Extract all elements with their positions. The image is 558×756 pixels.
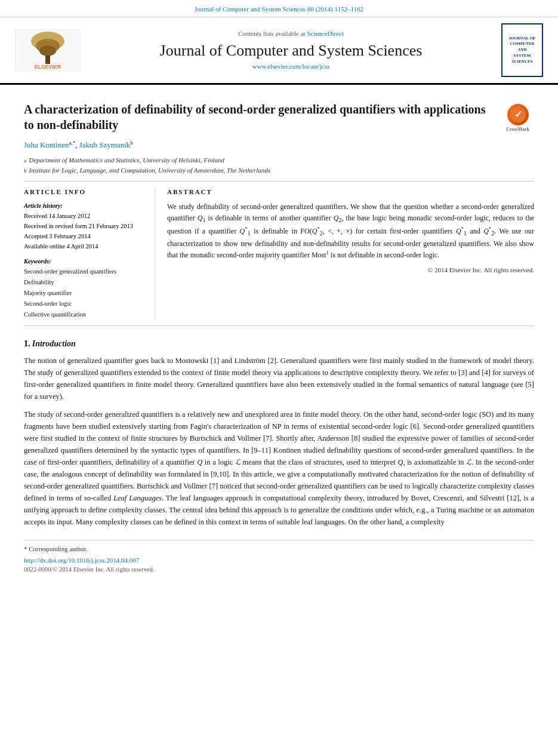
journal-box-text: JOURNAL OFCOMPUTERANDSYSTEMSCIENCES [509, 36, 536, 65]
journal-header: ELSEVIER Contents lists available at Sci… [0, 17, 558, 85]
contents-available-line: Contents lists available at ScienceDirec… [90, 29, 492, 38]
keyword-2: Definability [24, 277, 145, 288]
abstract-text: We study definability of second-order ge… [167, 201, 534, 261]
intro-paragraph-2: The study of second-order generalized qu… [24, 408, 534, 528]
info-abstract-columns: ARTICLE INFO Article history: Received 1… [24, 188, 534, 319]
page-content: A characterization of definability of se… [0, 85, 558, 586]
keywords-list: Second-order generalized quantifiers Def… [24, 266, 145, 319]
top-bar: Journal of Computer and System Sciences … [0, 0, 558, 17]
author-2[interactable]: Jakub Szymanik [79, 140, 131, 149]
keywords-section: Keywords: Second-order generalized quant… [24, 257, 145, 319]
article-info-heading: ARTICLE INFO [24, 188, 145, 196]
copyright-line: © 2014 Elsevier Inc. All rights reserved… [167, 266, 534, 275]
history-online: Available online 4 April 2014 [24, 242, 145, 252]
history-label: Article history: [24, 201, 145, 211]
article-info-column: ARTICLE INFO Article history: Received 1… [24, 188, 155, 319]
journal-reference: Journal of Computer and System Sciences … [195, 5, 363, 13]
keyword-4: Second-order logic [24, 299, 145, 309]
keywords-label: Keywords: [24, 257, 145, 266]
journal-logo-box: JOURNAL OFCOMPUTERANDSYSTEMSCIENCES [498, 23, 546, 77]
aff-b-text: Institute for Logic, Language, and Compu… [29, 165, 271, 176]
authors-line: Juha Kontinena,*, Jakub Szymanikb [24, 139, 534, 151]
body-divider [24, 325, 534, 326]
journal-title: Journal of Computer and System Sciences [90, 41, 492, 60]
footnote-section: * Corresponding author. http://dx.doi.or… [24, 540, 534, 574]
author-2-sup: b [130, 140, 133, 146]
svg-rect-4 [45, 56, 50, 64]
aff-b-sup: b [24, 167, 27, 176]
crossmark-badge: ✓ CrossMark [501, 104, 534, 133]
author-1[interactable]: Juha Kontinen [24, 140, 69, 149]
affiliations: a Department of Mathematics and Statisti… [24, 155, 534, 175]
keyword-3: Majority quantifier [24, 288, 145, 299]
article-title-row: A characterization of definability of se… [24, 102, 534, 133]
keyword-1: Second-order generalized quantifiers [24, 266, 145, 277]
logo-svg: ELSEVIER [15, 29, 81, 71]
corresponding-author-note: * Corresponding author. [24, 544, 534, 554]
aff-a-text: Department of Mathematics and Statistics… [29, 155, 225, 165]
affiliation-a: a Department of Mathematics and Statisti… [24, 155, 534, 165]
article-title: A characterization of definability of se… [24, 102, 489, 133]
svg-text:ELSEVIER: ELSEVIER [35, 64, 61, 70]
abstract-heading: ABSTRACT [167, 188, 534, 196]
journal-box-graphic: JOURNAL OFCOMPUTERANDSYSTEMSCIENCES [501, 23, 543, 77]
sciencedirect-link[interactable]: ScienceDirect [307, 30, 344, 37]
header-divider [24, 181, 534, 182]
doi-link: http://dx.doi.org/10.1016/j.jcss.2014.04… [24, 556, 534, 565]
history-revised: Received in revised form 21 February 201… [24, 222, 145, 232]
article-history: Article history: Received 14 January 201… [24, 201, 145, 251]
journal-center-info: Contents lists available at ScienceDirec… [84, 29, 498, 71]
elsevier-logo: ELSEVIER [12, 26, 84, 74]
svg-text:✓: ✓ [514, 109, 522, 119]
journal-url: www.elsevier.com/locate/jcss [90, 62, 492, 71]
history-accepted: Accepted 3 February 2014 [24, 232, 145, 242]
crossmark-icon: ✓ [507, 104, 529, 125]
aff-a-sup: a [24, 157, 27, 165]
crossmark-label: CrossMark [506, 127, 529, 133]
crossmark-svg: ✓ [510, 106, 526, 123]
affiliation-b: b Institute for Logic, Language, and Com… [24, 165, 534, 176]
history-received: Received 14 January 2012 [24, 211, 145, 222]
section-1-title: Introduction [32, 339, 76, 348]
license-line: 0022-0000/© 2014 Elsevier Inc. All right… [24, 566, 534, 574]
keyword-5: Collective quantification [24, 309, 145, 320]
section-1-number: 1. [24, 339, 30, 348]
svg-point-3 [39, 45, 56, 56]
abstract-column: ABSTRACT We study definability of second… [167, 188, 534, 319]
author-1-sup: a,* [69, 140, 75, 146]
section-1-heading-row: 1. Introduction [24, 338, 534, 350]
intro-paragraph-1: The notion of generalized quantifier goe… [24, 355, 534, 402]
